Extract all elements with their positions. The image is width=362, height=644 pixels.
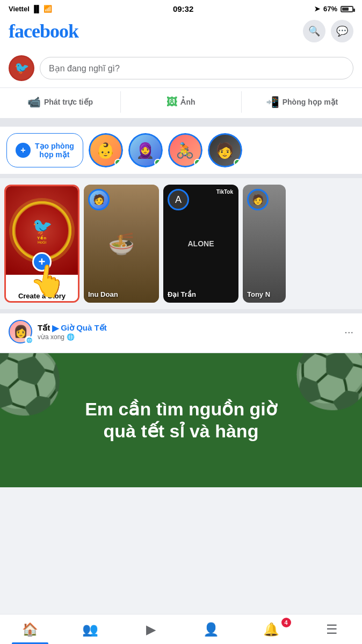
nav-friends[interactable]: 👥	[60, 614, 120, 644]
user-avatar: 🐦	[9, 55, 34, 81]
online-indicator-3	[194, 159, 201, 166]
post-options-btn[interactable]: ···	[344, 326, 353, 338]
story-cards-section: 🐦 Yến HoGi + Create a Story 🍜 🧑 Inu Doan	[0, 178, 362, 313]
banner-text: Em cần tìm nguồn giờ quà tết sỉ và hàng	[69, 387, 293, 453]
photo-button[interactable]: 🖼 Ảnh	[121, 91, 242, 113]
post-input[interactable]: Bạn đang nghĩ gì?	[40, 57, 353, 79]
post-arrow: ▶	[52, 323, 59, 333]
status-time: 09:32	[173, 4, 193, 13]
create-room-icon: +	[16, 143, 31, 158]
photo-icon: 🖼	[166, 96, 177, 108]
online-indicator-4	[234, 159, 241, 166]
nav-profile[interactable]: 👤	[181, 614, 241, 644]
plus-icon: +	[20, 145, 25, 155]
inu-label: Inu Doan	[88, 290, 118, 298]
post-preview: 👩 🌐 Tất ▶ Giờ Quà Tết vừa xong 🌐 ···	[0, 313, 362, 352]
search-icon: 🔍	[308, 25, 320, 37]
status-bar: Viettel ▐▌ 📶 09:32 ➤ 67%	[0, 0, 362, 16]
post-time: vừa xong	[38, 333, 64, 341]
bottom-nav: 🏠 👥 ▶ 👤 🔔 4 ☰	[0, 614, 362, 644]
story-avatar-1[interactable]: 👶	[89, 133, 123, 167]
story-card-tony[interactable]: 🧑 Tony N	[243, 185, 286, 303]
status-left: Viettel ▐▌ 📶	[9, 5, 52, 13]
divider-1	[0, 122, 362, 127]
notification-badge: 4	[281, 618, 291, 627]
stories-scroll: + Tạo phònghọp mặt 👶 🧕 🚴	[0, 133, 362, 167]
messenger-icon: 💬	[336, 25, 348, 37]
notifications-icon: 🔔	[263, 622, 279, 637]
photo-label: Ảnh	[180, 98, 195, 106]
signal-icon: ▐▌	[32, 5, 41, 13]
soccer-ball-left: ⚽	[0, 353, 64, 418]
status-right: ➤ 67%	[314, 5, 353, 13]
inu-avatar: 🧑	[88, 189, 110, 210]
friends-icon: 👥	[82, 622, 98, 637]
tony-label: Tony N	[247, 290, 270, 298]
home-icon: 🏠	[22, 622, 38, 637]
story-card-inu[interactable]: 🍜 🧑 Inu Doan	[84, 185, 159, 303]
watch-icon: ▶	[146, 622, 156, 637]
globe-icon: 🌐	[67, 333, 75, 341]
room-icon: 📲	[266, 96, 279, 108]
create-story-card[interactable]: 🐦 Yến HoGi + Create a Story	[4, 185, 79, 303]
banner-line1: Em cần tìm nguồn giờ	[85, 399, 277, 419]
room-button[interactable]: 📲 Phòng họp mặt	[242, 91, 362, 113]
create-room-button[interactable]: + Tạo phònghọp mặt	[6, 133, 83, 167]
nav-notifications[interactable]: 🔔 4	[241, 614, 301, 644]
add-story-btn[interactable]: +	[32, 252, 52, 272]
tony-avatar: 🧑	[247, 189, 269, 210]
story-avatar-2[interactable]: 🧕	[128, 133, 163, 167]
carrier-text: Viettel	[9, 5, 30, 13]
dai-avatar: A	[168, 189, 189, 210]
create-room-label: Tạo phònghọp mặt	[35, 142, 74, 159]
story-avatar-4[interactable]: 🧑	[208, 133, 242, 167]
banner-line2: quà tết sỉ và hàng	[104, 421, 259, 441]
wifi-icon: 📶	[44, 5, 52, 13]
profile-icon: 👤	[203, 622, 219, 637]
stories-avatars-section: + Tạo phònghọp mặt 👶 🧕 🚴	[0, 127, 362, 178]
battery-text: 67%	[323, 5, 337, 13]
story-card-dai[interactable]: TikTok A ALONE Đại Trần	[163, 185, 238, 303]
location-icon: ➤	[314, 5, 320, 13]
nav-home[interactable]: 🏠	[0, 614, 60, 644]
post-author-info: Tất ▶ Giờ Quà Tết vừa xong 🌐	[38, 323, 339, 341]
post-author-row: 👩 🌐 Tất ▶ Giờ Quà Tết vừa xong 🌐 ···	[9, 320, 353, 343]
messenger-button[interactable]: 💬	[331, 20, 353, 42]
nav-watch[interactable]: ▶	[121, 614, 181, 644]
app-header: facebook 🔍 💬	[0, 16, 362, 49]
live-button[interactable]: 📹 Phát trực tiếp	[0, 91, 121, 113]
menu-icon: ☰	[326, 622, 338, 637]
header-icons: 🔍 💬	[303, 20, 353, 42]
room-label: Phòng họp mặt	[283, 98, 338, 106]
live-label: Phát trực tiếp	[44, 98, 93, 106]
post-meta: vừa xong 🌐	[38, 333, 339, 341]
story-avatar-3[interactable]: 🚴	[168, 133, 202, 167]
action-row: 📹 Phát trực tiếp 🖼 Ảnh 📲 Phòng họp mặt	[0, 88, 362, 122]
post-destination: Giờ Quà Tết	[61, 323, 107, 333]
create-story-label: Create a Story	[18, 292, 66, 300]
banner-post: ⚽ ⚽ Em cần tìm nguồn giờ quà tết sỉ và h…	[0, 353, 362, 487]
online-indicator-2	[154, 159, 162, 166]
live-icon: 📹	[27, 96, 41, 108]
soccer-ball-right: ⚽	[292, 353, 362, 413]
online-indicator-1	[114, 159, 122, 166]
dai-label: Đại Trần	[168, 290, 196, 298]
search-button[interactable]: 🔍	[303, 20, 325, 42]
post-author-name: Tất	[38, 323, 50, 333]
facebook-logo: facebook	[9, 20, 78, 42]
nav-menu[interactable]: ☰	[302, 614, 362, 644]
post-author-avatar: 👩 🌐	[9, 320, 32, 343]
post-placeholder: Bạn đang nghĩ gì?	[49, 63, 120, 74]
post-bar: 🐦 Bạn đang nghĩ gì?	[0, 49, 362, 88]
battery-icon	[341, 6, 353, 12]
